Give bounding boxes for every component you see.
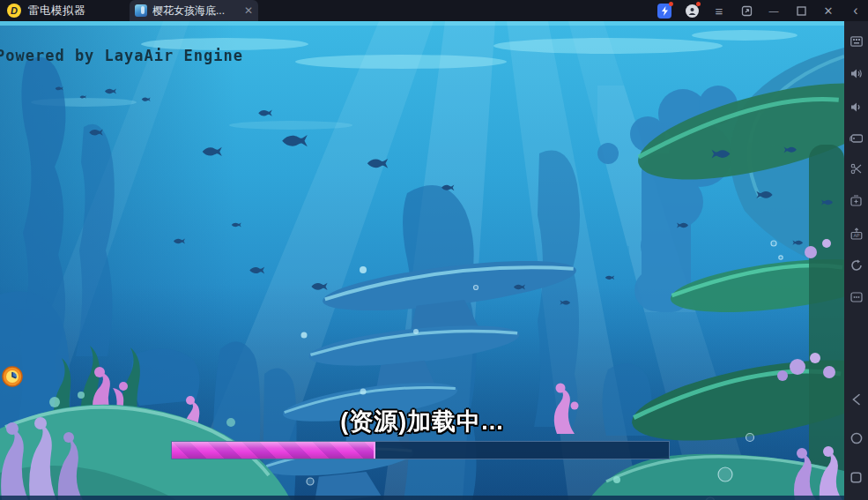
screenshot-button[interactable] [844, 159, 868, 178]
loading-status-text: (资源)加载中... [0, 406, 844, 437]
home-circle-icon [850, 432, 863, 444]
sync-circle-icon [850, 259, 863, 272]
loading-clock-icon [2, 366, 23, 387]
rotate-screen-button[interactable] [844, 129, 868, 148]
ldplayer-logo-icon: D [7, 4, 21, 18]
engine-credit-text: Powered by LayaAir Engine [0, 47, 243, 64]
loading-progress-bar [171, 441, 670, 459]
back-icon [851, 393, 861, 406]
menu-button[interactable]: ≡ [712, 4, 726, 18]
keyboard-mapping-button[interactable] [844, 32, 868, 51]
popup-window-button[interactable] [739, 4, 753, 18]
keyboard-icon [850, 36, 863, 47]
volume-up-button[interactable] [844, 63, 868, 83]
tab-close-icon[interactable]: ✕ [244, 4, 253, 17]
boost-button[interactable] [657, 4, 671, 18]
rotate-phone-icon [849, 133, 863, 144]
emulator-toolbar: AP [844, 21, 868, 500]
nav-home-button[interactable] [844, 429, 868, 448]
game-viewport[interactable]: Powered by LayaAir Engine (资源)加载中... [0, 21, 844, 500]
window-controls: ≡ — ✕ ‹ [657, 4, 868, 18]
account-button[interactable] [685, 4, 699, 18]
box-plus-icon [850, 195, 862, 206]
tab-title: 樱花女孩海底... [152, 4, 241, 19]
collapse-sidebar-button[interactable]: ‹ [849, 4, 863, 18]
notification-dot [696, 2, 701, 6]
progress-fill [172, 442, 375, 459]
install-apk-button[interactable] [844, 190, 868, 210]
svg-text:AP: AP [853, 233, 860, 238]
game-thumbnail-icon [135, 4, 147, 17]
volume-up-icon [850, 68, 863, 79]
emulator-window: D 雷电模拟器 樱花女孩海底... ✕ ≡ [0, 0, 868, 500]
notification-dot [669, 2, 673, 6]
volume-down-icon [850, 101, 863, 113]
close-button[interactable]: ✕ [821, 4, 835, 18]
user-icon [686, 4, 699, 18]
nav-back-button[interactable] [844, 390, 868, 409]
titlebar: D 雷电模拟器 樱花女孩海底... ✕ ≡ [0, 0, 868, 21]
volume-down-button[interactable] [844, 97, 868, 116]
more-dots-icon [850, 292, 863, 302]
minimize-button[interactable]: — [767, 4, 781, 18]
maximize-icon [797, 6, 806, 16]
maximize-button[interactable] [794, 4, 808, 18]
recents-square-icon [850, 472, 862, 483]
apk-manager-button[interactable]: AP [844, 224, 868, 243]
more-tools-button[interactable] [844, 287, 868, 307]
tab-game[interactable]: 樱花女孩海底... ✕ [130, 0, 258, 21]
nav-recents-button[interactable] [844, 467, 868, 487]
app-title: 雷电模拟器 [28, 4, 85, 19]
sync-operations-button[interactable] [844, 256, 868, 275]
apk-upload-icon: AP [850, 228, 863, 240]
popup-window-icon [741, 5, 753, 17]
scissors-icon [850, 163, 862, 175]
